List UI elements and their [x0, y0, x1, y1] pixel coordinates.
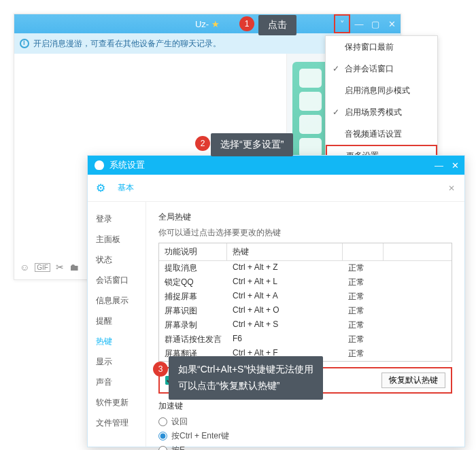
nav-login[interactable]: 登录 — [88, 209, 146, 229]
step3-line1: 如果“Ctrl+Alt+S”快捷键无法使用 — [178, 364, 313, 375]
nav-display[interactable]: 显示 — [88, 351, 146, 372]
gif-icon[interactable]: GIF — [35, 263, 50, 272]
accel-radio-3[interactable] — [158, 446, 167, 450]
chat-info-text: 开启消息漫游，可查看在其他设备产生的聊天记录。 — [33, 38, 221, 50]
step2-badge: 2 — [195, 136, 210, 151]
global-hotkey-title: 全局热键 — [158, 211, 452, 223]
accel-r2-label: 按Ctrl + Enter键 — [171, 430, 229, 442]
settings-content: 全局热键 你可以通过点击选择要更改的热键 功能说明 热键 提取消息Ctrl + … — [146, 202, 464, 447]
gear-icon: ⚙ — [96, 181, 105, 194]
menu-keep-front[interactable]: 保持窗口最前 — [326, 36, 437, 58]
nav-remind[interactable]: 提醒 — [88, 311, 146, 331]
step3-badge: 3 — [153, 362, 168, 377]
accel-radio-1[interactable] — [158, 417, 167, 426]
hotkey-table: 功能说明 热键 提取消息Ctrl + Alt + Z正常锁定QQCtrl + A… — [158, 243, 452, 362]
folder-icon[interactable]: 🖿 — [69, 262, 79, 273]
settings-minimize-icon[interactable]: — — [435, 160, 443, 171]
scissors-icon[interactable]: ✂ — [56, 262, 64, 273]
settings-titlebar: 系统设置 — ✕ — [88, 156, 464, 175]
step3-line2: 可以点击“恢复默认热键” — [178, 380, 279, 391]
accel-radio-2[interactable] — [158, 432, 167, 440]
hotkey-row[interactable]: 捕捉屏幕Ctrl + Alt + A正常 — [159, 290, 452, 304]
dropdown-trigger[interactable]: ˅ — [334, 14, 350, 33]
minimize-icon[interactable]: — — [354, 19, 364, 29]
panel-close-icon[interactable]: ✕ — [448, 184, 455, 193]
nav-filemgmt[interactable]: 文件管理 — [88, 413, 146, 433]
window-controls: — ▢ ✕ — [354, 14, 396, 33]
settings-tabs: ⚙ 基本 ✕ — [88, 175, 464, 202]
nav-mainpanel[interactable]: 主面板 — [88, 229, 146, 249]
step2-label: 选择“更多设置” — [211, 133, 293, 156]
col-func: 功能说明 — [159, 243, 227, 260]
settings-close-icon[interactable]: ✕ — [452, 160, 459, 171]
restore-hotkey-button[interactable]: 恢复默认热键 — [381, 373, 445, 388]
accel-r1-label: 设回 — [171, 416, 188, 428]
menu-sync-mode[interactable]: 启用消息同步模式 — [326, 80, 437, 101]
nav-sound[interactable]: 声音 — [88, 372, 146, 392]
menu-scene-mode[interactable]: 启用场景秀模式 — [326, 101, 437, 123]
nav-status[interactable]: 状态 — [88, 249, 146, 270]
step1-badge: 1 — [239, 16, 254, 31]
chat-title-text: Uz- — [195, 19, 209, 29]
chat-dropdown-menu: 保持窗口最前 合并会话窗口 启用消息同步模式 启用场景秀模式 音视频通话设置 更… — [325, 35, 438, 167]
chat-toolbar: ☺ GIF ✂ 🖿 — [20, 262, 79, 273]
settings-title-text: 系统设置 — [109, 159, 145, 171]
global-hotkey-sub: 你可以通过点击选择要更改的热键 — [158, 227, 452, 239]
app-icon — [95, 160, 104, 170]
accel-section: 加速键 设回 按Ctrl + Enter键 按E — [158, 400, 452, 450]
tab-basic[interactable]: 基本 — [118, 182, 134, 194]
accel-title: 加速键 — [158, 400, 452, 412]
hotkey-row[interactable]: 群通话按住发言F6正常 — [159, 332, 452, 347]
menu-av-settings[interactable]: 音视频通话设置 — [326, 123, 437, 145]
nav-infodisplay[interactable]: 信息展示 — [88, 290, 146, 311]
maximize-icon[interactable]: ▢ — [371, 19, 380, 29]
info-icon — [20, 39, 29, 48]
settings-nav: 登录 主面板 状态 会话窗口 信息展示 提醒 热键 显示 声音 软件更新 文件管… — [88, 202, 146, 447]
accel-r3-label: 按E — [171, 445, 185, 450]
nav-session[interactable]: 会话窗口 — [88, 270, 146, 290]
hotkey-row[interactable]: 提取消息Ctrl + Alt + Z正常 — [159, 261, 452, 275]
close-icon[interactable]: ✕ — [387, 19, 396, 29]
settings-body: 登录 主面板 状态 会话窗口 信息展示 提醒 热键 显示 声音 软件更新 文件管… — [88, 202, 464, 447]
hotkey-row[interactable]: 屏幕录制Ctrl + Alt + S正常 — [159, 318, 452, 332]
nav-hotkey[interactable]: 热键 — [88, 331, 146, 351]
settings-window: 系统设置 — ✕ ⚙ 基本 ✕ 登录 主面板 状态 会话窗口 信息展示 提醒 热… — [87, 155, 465, 447]
step3-label: 如果“Ctrl+Alt+S”快捷键无法使用 可以点击“恢复默认热键” — [169, 356, 323, 400]
step1-label: 点击 — [258, 15, 296, 35]
col-key: 热键 — [227, 243, 343, 260]
nav-update[interactable]: 软件更新 — [88, 392, 146, 413]
chat-titlebar: Uz- ★ ˅ — ▢ ✕ — [14, 14, 401, 33]
hotkey-table-header: 功能说明 热键 — [159, 243, 452, 261]
hotkey-row[interactable]: 屏幕识图Ctrl + Alt + O正常 — [159, 304, 452, 318]
col-status — [343, 243, 384, 260]
emoji-icon[interactable]: ☺ — [20, 262, 29, 273]
menu-merge-windows[interactable]: 合并会话窗口 — [326, 58, 437, 80]
star-icon: ★ — [211, 19, 220, 29]
hotkey-row[interactable]: 锁定QQCtrl + Alt + L正常 — [159, 275, 452, 290]
